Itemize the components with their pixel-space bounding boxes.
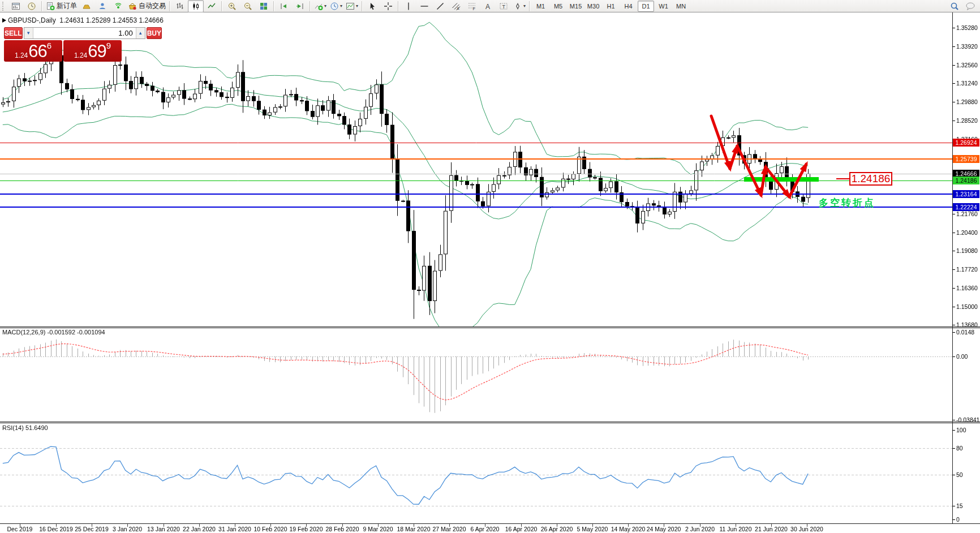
toolbar-separator [273, 1, 274, 11]
signals-button[interactable] [110, 0, 126, 12]
indicators-button[interactable]: ▾ [312, 0, 328, 12]
toolbar-separator [362, 1, 363, 11]
toolbar-separator [221, 1, 222, 11]
main-toolbar: 新订单 自动交易 ▾ ▾ [0, 0, 980, 12]
autotrading-button[interactable]: 自动交易 [126, 0, 167, 12]
timeframe-button-m30[interactable]: M30 [585, 1, 601, 12]
tile-windows-button[interactable] [256, 0, 272, 12]
text-tool[interactable]: A [480, 0, 496, 12]
one-click-trading-panel: SELL ▼ ▲ BUY 1.24666 1.24699 [4, 27, 122, 62]
rsi-axis-tick: 100 [956, 427, 966, 433]
toolbar-separator [169, 1, 170, 11]
zoom-in-button[interactable] [224, 0, 240, 12]
candlestick-chart-button[interactable] [188, 0, 204, 12]
price-badge: 1.26924 [953, 139, 979, 147]
horizontal-line-tool[interactable] [416, 0, 432, 12]
line-chart-icon [207, 2, 216, 11]
ohlc-values: 1.24631 1.25289 1.24553 1.24666 [59, 16, 164, 24]
rsi-axis-tick: 15 [956, 502, 963, 509]
timeframe-group: M1M5M15M30H1H4D1W1MN [532, 1, 690, 12]
toolbar-separator [41, 1, 42, 11]
equidistant-channel-tool[interactable]: E [448, 0, 464, 12]
crosshair-button[interactable] [380, 0, 396, 12]
timeframe-button-mn[interactable]: MN [673, 1, 689, 12]
bar-chart-button[interactable] [172, 0, 188, 12]
chart-shift-button[interactable] [292, 0, 308, 12]
price-axis-tick: 1.31240 [956, 80, 978, 87]
chart-canvas[interactable] [0, 0, 980, 533]
ask-price-panel[interactable]: 1.24699 [63, 40, 122, 62]
search-button[interactable] [947, 0, 962, 12]
timeframe-button-h4[interactable]: H4 [620, 1, 637, 12]
sell-button[interactable]: SELL [4, 27, 23, 39]
bar-chart-icon [175, 2, 184, 11]
svg-text:E: E [457, 7, 459, 10]
mt4-terminal: { "toolbar": { "new_order_label": "新订单",… [0, 0, 980, 533]
toolbar-separator [398, 1, 399, 11]
price-annotation-box[interactable]: 1.24186 [849, 172, 892, 186]
text-icon: A [483, 2, 492, 11]
periods-clock-icon [330, 2, 339, 11]
price-badge: 1.24186 [953, 177, 979, 184]
arrows-icon [513, 2, 522, 11]
autotrading-label: 自动交易 [139, 1, 166, 11]
horizontal-line-icon [420, 2, 429, 11]
zoom-out-icon [243, 2, 252, 11]
dropdown-caret-icon: ▾ [340, 3, 342, 8]
templates-button[interactable]: ▾ [344, 0, 360, 12]
volume-increase-button[interactable]: ▲ [136, 28, 145, 38]
macd-axis-tick: 0.00 [956, 353, 968, 360]
price-axis-tick: 1.19080 [956, 247, 978, 254]
channel-icon: E [452, 2, 461, 11]
line-chart-button[interactable] [204, 0, 220, 12]
new-order-icon [46, 2, 55, 11]
fibonacci-tool[interactable]: F [464, 0, 480, 12]
toolbar-grip [2, 2, 6, 11]
price-axis-tick: 1.20400 [956, 229, 978, 236]
timeframe-button-d1[interactable]: D1 [638, 1, 654, 12]
toolbar-separator [310, 1, 311, 11]
macd-axis-tick: -0.038415 [956, 416, 980, 423]
expert-advisor-button[interactable] [94, 0, 110, 12]
volume-decrease-button[interactable]: ▼ [24, 28, 33, 38]
symbol-title: GBPUSD-,Daily [8, 16, 56, 24]
arrows-tool[interactable]: ▾ [512, 0, 527, 12]
chart-window-icon [11, 2, 20, 11]
timeframe-button-m1[interactable]: M1 [532, 1, 549, 12]
rsi-indicator-label: RSI(14) 51.6490 [2, 424, 48, 431]
new-order-label: 新订单 [57, 1, 77, 11]
price-axis-tick: 1.21760 [956, 210, 978, 217]
new-order-button[interactable]: 新订单 [44, 0, 79, 12]
buy-button[interactable]: BUY [147, 27, 162, 39]
timeframe-button-m5[interactable]: M5 [550, 1, 566, 12]
dropdown-caret-icon: ▾ [523, 3, 526, 8]
timeframe-button-h1[interactable]: H1 [603, 1, 619, 12]
periods-button[interactable]: ▾ [328, 0, 344, 12]
svg-text:F: F [473, 7, 475, 11]
text-label-tool[interactable]: T [496, 0, 512, 12]
new-chart-button[interactable] [8, 0, 24, 12]
text-label-icon: T [499, 2, 508, 11]
search-icon [950, 2, 959, 11]
trendline-tool[interactable] [432, 0, 448, 12]
bid-price-panel[interactable]: 1.24666 [4, 40, 62, 62]
timeframe-button-w1[interactable]: W1 [655, 1, 672, 12]
community-chat-button[interactable] [962, 0, 978, 12]
tile-windows-icon [259, 2, 268, 11]
vertical-line-tool[interactable] [401, 0, 416, 12]
history-center-button[interactable] [79, 0, 94, 12]
price-axis-tick: 1.35280 [956, 24, 978, 31]
price-axis-tick: 1.16360 [956, 285, 978, 291]
timeframe-button-m15[interactable]: M15 [568, 1, 584, 12]
price-axis-tick: 1.33920 [956, 43, 978, 50]
cursor-button[interactable] [364, 0, 380, 12]
bid-price-big: 66 [28, 43, 46, 60]
template-icon [346, 2, 355, 11]
ask-price-big: 69 [88, 43, 106, 60]
volume-input[interactable] [33, 28, 136, 38]
zoom-out-button[interactable] [240, 0, 256, 12]
zoom-in-icon [227, 2, 237, 11]
vertical-line-icon [404, 2, 413, 11]
profiles-button[interactable] [24, 0, 40, 12]
auto-scroll-button[interactable] [276, 0, 292, 12]
